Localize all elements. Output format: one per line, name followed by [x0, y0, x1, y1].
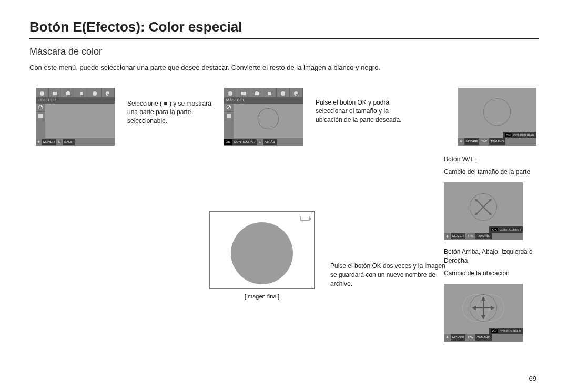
- footer-mover: MOVER: [42, 139, 56, 145]
- svg-rect-3: [67, 91, 69, 92]
- svg-marker-29: [491, 306, 495, 310]
- color-mask-icon: [36, 112, 45, 120]
- aperture-icon: [92, 89, 98, 96]
- palette-icon: [105, 89, 111, 96]
- footer-ok-box: OK: [224, 139, 232, 145]
- move-arrows-icon: [470, 294, 497, 322]
- intro-text: Con este menú, puede seleccionar una par…: [29, 63, 539, 73]
- svg-point-5: [93, 91, 97, 96]
- svg-rect-10: [241, 92, 246, 95]
- step1-description: Seleccione ( ■ ) y se mostrará una parte…: [127, 88, 211, 126]
- battery-icon: [300, 216, 310, 221]
- menu-screenshot-color-esp: COL. ESP ✥ MOVER E SALIR: [36, 88, 115, 146]
- dir-desc: Cambio de la ubicación: [444, 269, 536, 277]
- page-number: 69: [529, 375, 536, 383]
- svg-line-7: [39, 106, 42, 109]
- svg-line-16: [227, 106, 230, 109]
- flower-icon: [227, 89, 234, 96]
- svg-rect-2: [66, 92, 70, 95]
- svg-marker-27: [481, 315, 485, 319]
- svg-point-9: [228, 91, 232, 96]
- final-description: Pulse el botón OK dos veces y la imagen …: [330, 211, 446, 288]
- camera-icon: [65, 89, 72, 96]
- footer-tw: T/W: [466, 334, 475, 341]
- svg-rect-4: [80, 92, 83, 95]
- svg-rect-17: [227, 114, 231, 118]
- ok-label: CONFIGURAR: [500, 228, 521, 231]
- menu-title-label: COL. ESP: [36, 97, 115, 104]
- dpad-icon: ✥: [36, 139, 41, 145]
- footer-atras: ATRÁS: [263, 139, 277, 145]
- footer-tw: T/W: [466, 233, 475, 239]
- landscape-icon: [52, 89, 58, 96]
- svg-point-0: [40, 91, 44, 96]
- final-image-caption: [Imagen final]: [209, 293, 315, 300]
- svg-point-14: [281, 91, 285, 96]
- footer-mover: MOVER: [451, 334, 465, 341]
- menu-screenshot-mask: MÁS. COL OK CONFIGURAR E ATRÁS: [224, 88, 303, 146]
- svg-rect-13: [268, 92, 271, 95]
- footer-tamano: TAMAÑO: [475, 233, 492, 239]
- svg-marker-26: [481, 296, 485, 301]
- menu-title-label: MÁS. COL: [224, 97, 303, 104]
- page-title: Botón E(Efectos): Color especial: [29, 19, 539, 39]
- ok-box: OK: [491, 228, 498, 231]
- footer-e: E: [257, 139, 262, 145]
- adjust-icon: [78, 89, 85, 96]
- dir-title: Botón Arriba, Abajo, Izquierda o Derecha: [444, 247, 536, 264]
- dpad-icon: ✥: [458, 138, 464, 145]
- footer-salir: SALIR: [63, 139, 75, 145]
- ok-label: CONFIGURAR: [500, 329, 521, 333]
- svg-rect-8: [38, 114, 43, 118]
- adjust-icon: [267, 89, 273, 96]
- svg-marker-28: [472, 306, 476, 310]
- final-image-frame: [209, 211, 315, 289]
- footer-configurar: CONFIGURAR: [232, 139, 257, 145]
- svg-rect-11: [255, 92, 259, 95]
- wt-desc: Cambio del tamaño de la parte: [444, 168, 536, 176]
- effect-off-icon: [224, 104, 234, 112]
- preview-mask-adjust: OK CONFIGURAR ✥ MOVER T/W TAMAÑO: [458, 88, 536, 146]
- footer-mover: MOVER: [451, 233, 465, 239]
- final-mask-disc: [231, 222, 293, 284]
- preview-move: OK CONFIGURAR ✥ MOVER T/W TAMAÑO: [444, 284, 523, 342]
- footer-tamano: TAMAÑO: [475, 334, 492, 341]
- dpad-icon: ✥: [444, 233, 450, 239]
- svg-rect-12: [256, 91, 258, 92]
- effect-off-icon: [36, 104, 45, 112]
- landscape-icon: [240, 89, 247, 96]
- ok-box: OK: [505, 133, 512, 137]
- resize-cross-icon: [470, 193, 497, 221]
- footer-tw: T/W: [480, 138, 489, 145]
- mask-circle-icon: [483, 98, 511, 126]
- dpad-icon: ✥: [444, 334, 450, 341]
- footer-mover: MOVER: [464, 138, 479, 145]
- camera-icon: [253, 89, 260, 96]
- step2-description: Pulse el botón OK y podrá seleccionar el…: [316, 88, 410, 125]
- ok-box: OK: [491, 329, 498, 333]
- color-mask-icon: [224, 112, 234, 120]
- wt-title: Botón W/T :: [444, 155, 536, 163]
- preview-resize: OK CONFIGURAR ✥ MOVER T/W TAMAÑO: [444, 182, 523, 240]
- footer-e: E: [57, 139, 62, 145]
- palette-icon: [293, 89, 299, 96]
- footer-tamano: TAMAÑO: [489, 138, 505, 145]
- mask-circle-icon: [258, 108, 279, 129]
- svg-rect-1: [53, 92, 57, 95]
- flower-icon: [39, 89, 45, 96]
- ok-label: CONFIGURAR: [513, 133, 534, 137]
- aperture-icon: [280, 89, 286, 96]
- section-subtitle: Máscara de color: [29, 46, 539, 57]
